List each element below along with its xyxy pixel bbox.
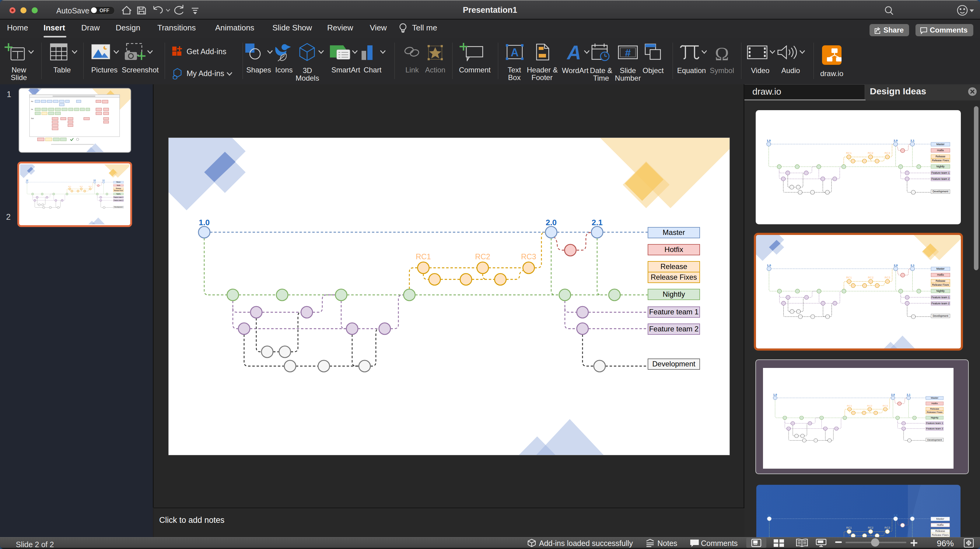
svg-text:Act: Act <box>31 100 33 102</box>
svg-text:#: # <box>625 47 631 59</box>
svg-text:Iss: Iss <box>31 108 33 110</box>
svg-text:Ω: Ω <box>715 43 729 62</box>
svg-text:Sub: Sub <box>31 118 34 119</box>
svg-text:A: A <box>566 43 581 62</box>
svg-text:A: A <box>511 46 519 59</box>
